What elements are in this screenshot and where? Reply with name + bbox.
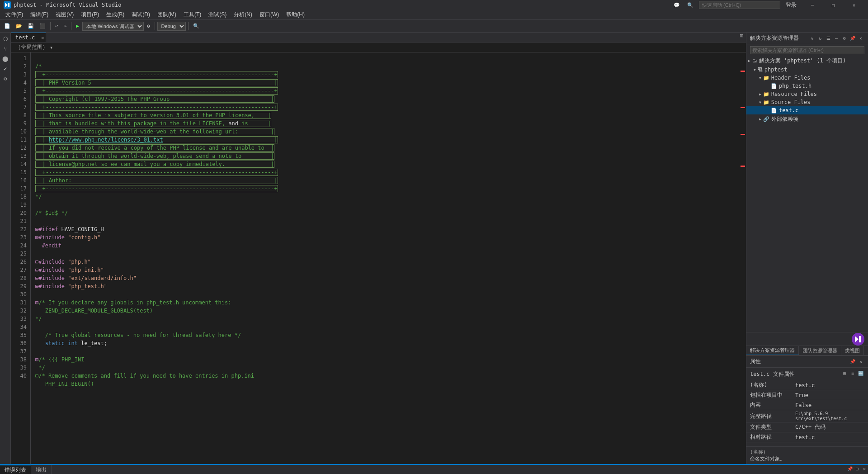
activity-debug[interactable]: ⬤ (1, 54, 10, 63)
signin-label[interactable]: 登录 (784, 1, 798, 9)
menu-item-d[interactable]: 调试(D) (128, 10, 154, 20)
ln-8: 8 (11, 111, 27, 119)
activity-git[interactable]: ⑂ (1, 44, 10, 53)
run-btn[interactable]: ▶ (74, 22, 81, 30)
prop-sort-btn[interactable]: ⊞ (841, 370, 848, 377)
quick-launch-input[interactable] (699, 1, 780, 9)
code-line-19: /* $Id$ */ (35, 210, 68, 216)
ln-9: 9 (11, 119, 27, 128)
code-line-21: ⊟#ifdef HAVE_CONFIG_H (35, 226, 104, 232)
se-sync-btn[interactable]: ⇆ (808, 35, 816, 42)
code-line-40: PHP_INI_BEGIN() (35, 381, 94, 387)
se-filter-btn[interactable]: ☰ (825, 35, 832, 42)
menu-item-w[interactable]: 窗口(W) (256, 10, 283, 20)
find-toolbar-btn[interactable]: 🔍 (191, 22, 202, 30)
save-btn[interactable]: 💾 (25, 22, 36, 30)
ln-22: 22 (11, 225, 27, 233)
prop-alpha-btn[interactable]: 🔤 (857, 370, 864, 377)
undo-btn[interactable]: ↩ (53, 22, 61, 30)
bottom-panel-close-btn[interactable]: ✕ (861, 465, 868, 472)
code-line-36 (35, 348, 38, 355)
find-icon[interactable]: 🔍 (685, 2, 695, 8)
se-solution-item[interactable]: ▶ 🗂 解决方案 'phptest' (1 个项目) (746, 56, 868, 66)
bottom-tab-output[interactable]: 输出 (31, 465, 52, 474)
scrollbar-right[interactable] (740, 52, 746, 464)
menu-item-p[interactable]: 项目(P) (77, 10, 103, 20)
prop-pin-btn[interactable]: 📌 (849, 358, 856, 365)
code-line-32: */ (35, 316, 42, 322)
se-node-headerfiles[interactable]: ▼ 📁 Header Files (746, 74, 868, 82)
settings-btn[interactable]: ⚙ (145, 22, 152, 30)
bottom-panel-pin-btn[interactable]: 📌 (846, 465, 854, 472)
line-numbers: 1 2 3 4 5 6 7 8 9 10 11 12 13 14 15 16 1… (11, 52, 31, 464)
tab-test-c[interactable]: test.c ✕ (11, 33, 46, 42)
menu-item-s[interactable]: 测试(S) (205, 10, 230, 20)
menu-item-t[interactable]: 工具(T) (180, 10, 205, 20)
feedback-icon[interactable]: 💬 (672, 2, 682, 8)
se-search-input[interactable] (750, 46, 864, 54)
se-close-btn[interactable]: ✕ (857, 35, 864, 42)
code-content[interactable]: /* +------------------------------------… (31, 52, 740, 464)
ln-16: 16 (11, 176, 27, 185)
ln-5: 5 (11, 87, 27, 95)
se-refresh-btn[interactable]: ↻ (816, 35, 824, 42)
prop-row-fullpath: 完整路径 E:\php-5.6.9-src\ext\test\test.c (746, 410, 868, 422)
bottom-tab-errors[interactable]: 错误列表 (0, 465, 31, 474)
prop-name-val: 命名文件对象。 (750, 455, 864, 462)
save-all-btn[interactable]: ⬛ (37, 22, 48, 30)
config-dropdown[interactable]: Debug (157, 22, 186, 31)
prop-subtitle: test.c 文件属性 ⊞ ≡ 🔤 (746, 368, 868, 380)
menu-item-h[interactable]: 帮助(H) (283, 10, 308, 20)
minimize-button[interactable]: ─ (802, 0, 823, 10)
open-btn[interactable]: 📂 (14, 22, 24, 30)
code-line-12: | obtain it through the world-wide-web, … (35, 152, 274, 160)
se-prop-btn[interactable]: ⚙ (841, 35, 848, 42)
debug-target-dropdown[interactable]: 本地 Windows 调试器 (82, 22, 144, 31)
se-pin-btn[interactable]: 📌 (849, 35, 856, 42)
menu-item-b[interactable]: 生成(B) (103, 10, 128, 20)
menu-item-m[interactable]: 团队(M) (154, 10, 180, 20)
rp-tab-class[interactable]: 类视图 (841, 346, 864, 355)
toolbar: 📄 📂 💾 ⬛ ↩ ↪ ▶ 本地 Windows 调试器 ⚙ Debug 🔍 (0, 20, 868, 33)
se-project-item[interactable]: ▼ 🏗 phptest (746, 66, 868, 74)
code-line-11: | If you did not receive a copy of the P… (35, 144, 274, 152)
activity-solution[interactable]: ⬡ (1, 34, 10, 43)
activity-props[interactable]: ⚙ (1, 74, 10, 83)
code-line-39: ⊟/* Remove comments and fill if you need… (35, 373, 254, 379)
prop-cat-btn[interactable]: ≡ (849, 370, 856, 377)
ln-34: 34 (11, 323, 27, 331)
title-bar-left: phptest - Microsoft Visual Studio (4, 1, 121, 9)
rp-tab-team[interactable]: 团队资源管理器 (799, 346, 841, 355)
tree-arrow-hf: ▼ (759, 76, 761, 80)
se-node-phptest-h[interactable]: 📄 php_test.h (746, 82, 868, 90)
sep4 (188, 22, 189, 30)
se-title: 解决方案资源管理器 (750, 34, 799, 42)
activity-test[interactable]: ✔ (1, 64, 10, 73)
menu-item-f[interactable]: 文件(F) (2, 10, 27, 20)
new-vertical-tab-btn[interactable]: ⊞ (737, 33, 746, 42)
code-line-33 (35, 324, 38, 330)
tab-close-btn[interactable]: ✕ (41, 35, 44, 40)
se-node-resourcefiles[interactable]: ▶ 📁 Resource Files (746, 90, 868, 98)
new-file-btn[interactable]: 📄 (2, 22, 13, 30)
ln-17: 17 (11, 185, 27, 193)
tab-spacer (46, 33, 737, 42)
file-icon-phptesth: 📄 (771, 83, 777, 89)
code-line-10: | http://www.php.net/license/3_01.txt | (35, 136, 278, 143)
scroll-marker-3 (741, 134, 745, 135)
menu-item-n[interactable]: 分析(N) (230, 10, 256, 20)
se-node-external[interactable]: ▶ 🔗 外部依赖项 (746, 114, 868, 124)
restore-button[interactable]: □ (823, 0, 844, 10)
close-button[interactable]: ✕ (844, 0, 864, 10)
bottom-panel-float-btn[interactable]: ⊡ (854, 465, 861, 472)
rp-tab-solution[interactable]: 解决方案资源管理器 (746, 346, 799, 355)
menu-item-v[interactable]: 视图(V) (52, 10, 77, 20)
menu-item-e[interactable]: 编辑(E) (27, 10, 52, 20)
prop-key-filetype: 文件类型 (746, 422, 792, 432)
se-node-testc[interactable]: 📄 test.c (746, 106, 868, 114)
tree-arrow-sf: ▼ (759, 100, 761, 104)
redo-btn[interactable]: ↪ (61, 22, 69, 30)
se-collapse-btn[interactable]: — (833, 35, 840, 42)
se-node-sourcefiles[interactable]: ▼ 📁 Source Files (746, 98, 868, 106)
prop-close-btn[interactable]: ✕ (857, 358, 864, 365)
